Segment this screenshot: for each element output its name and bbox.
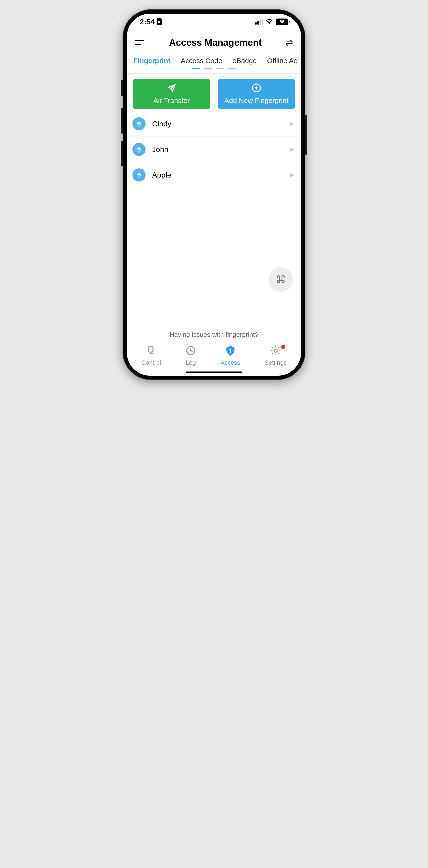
status-profile-icon	[157, 18, 162, 25]
signal-icon	[255, 19, 263, 25]
switch-icon[interactable]: ⇌	[285, 37, 293, 48]
svg-rect-2	[149, 347, 153, 352]
tab-ebadge[interactable]: eBadge	[232, 57, 257, 65]
fingerprint-icon	[132, 117, 145, 130]
fingerprint-icon	[132, 143, 145, 156]
svg-point-5	[274, 349, 277, 352]
wifi-icon	[266, 18, 273, 26]
clock-icon	[186, 345, 196, 358]
menu-button[interactable]	[135, 37, 145, 48]
nav-access[interactable]: Access	[221, 345, 240, 366]
page-indicator	[127, 68, 301, 73]
fingerprint-icon	[132, 168, 145, 182]
nav-label: Access	[221, 359, 240, 366]
help-link[interactable]: Having issues with fingerprint?	[127, 327, 301, 342]
tab-fingerprint[interactable]: Fingerprint	[133, 57, 170, 65]
nav-label: Log	[186, 359, 196, 366]
nav-label: Control	[141, 359, 161, 366]
fingerprint-list: Cindy ▶ John ▶ Apple ▶	[127, 111, 301, 327]
list-item[interactable]: John ▶	[127, 137, 301, 162]
gear-icon	[270, 345, 281, 358]
command-icon: ⌘	[276, 274, 286, 285]
chevron-right-icon: ▶	[290, 121, 294, 127]
status-bar: 2:54 86	[127, 13, 301, 30]
nav-settings[interactable]: Settings	[265, 345, 287, 366]
command-fab[interactable]: ⌘	[269, 267, 293, 291]
home-indicator[interactable]	[186, 372, 242, 373]
svg-point-0	[269, 23, 270, 24]
list-item-label: John	[152, 145, 284, 154]
chevron-right-icon: ▶	[290, 172, 294, 178]
svg-point-4	[229, 349, 231, 351]
battery-icon: 86	[276, 19, 288, 25]
chevron-right-icon: ▶	[290, 146, 294, 152]
plus-circle-icon	[252, 83, 261, 94]
add-fingerprint-button[interactable]: Add New Fingerprint	[218, 79, 295, 109]
paper-plane-icon	[167, 83, 176, 94]
list-item-label: Cindy	[152, 120, 284, 128]
tab-offline-access[interactable]: Offline Ac	[267, 57, 297, 65]
air-transfer-button[interactable]: Air Transfer	[133, 79, 210, 109]
nav-control[interactable]: Control	[141, 345, 161, 366]
key-badge-icon	[225, 345, 236, 358]
notification-badge	[281, 345, 285, 349]
access-tabs: Fingerprint Access Code eBadge Offline A…	[127, 50, 301, 68]
list-item-label: Apple	[152, 171, 284, 179]
list-item[interactable]: Apple ▶	[127, 162, 301, 188]
bottom-nav: Control Log Access Settings	[127, 342, 301, 368]
nav-log[interactable]: Log	[186, 345, 196, 366]
page-title: Access Management	[169, 37, 262, 48]
list-item[interactable]: Cindy ▶	[127, 111, 301, 137]
nav-label: Settings	[265, 359, 287, 366]
tab-access-code[interactable]: Access Code	[181, 57, 222, 65]
control-icon	[146, 345, 157, 358]
status-time: 2:54	[140, 18, 155, 26]
